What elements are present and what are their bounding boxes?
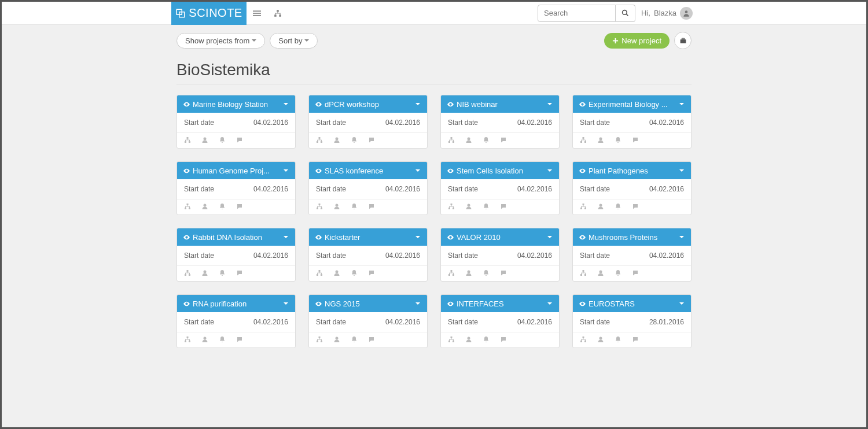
tree-icon[interactable] bbox=[580, 136, 587, 143]
bell-icon[interactable] bbox=[219, 203, 226, 210]
user-icon[interactable] bbox=[597, 203, 604, 210]
comment-icon[interactable] bbox=[500, 203, 507, 210]
user-icon[interactable] bbox=[597, 269, 604, 276]
user-icon[interactable] bbox=[465, 136, 472, 143]
project-card-header[interactable]: Rabbit DNA Isolation bbox=[177, 228, 295, 246]
tree-icon[interactable] bbox=[448, 336, 455, 343]
bell-icon[interactable] bbox=[351, 203, 358, 210]
project-menu-dropdown[interactable] bbox=[413, 236, 422, 238]
bell-icon[interactable] bbox=[615, 136, 621, 143]
comment-icon[interactable] bbox=[368, 336, 375, 343]
project-card-header[interactable]: NGS 2015 bbox=[309, 295, 427, 312]
user-icon[interactable] bbox=[465, 336, 472, 343]
tree-icon[interactable] bbox=[316, 269, 323, 276]
bell-icon[interactable] bbox=[351, 269, 358, 276]
tree-icon[interactable] bbox=[184, 269, 191, 276]
tree-icon[interactable] bbox=[448, 136, 455, 143]
new-project-button[interactable]: New project bbox=[604, 33, 670, 49]
user-icon[interactable] bbox=[333, 203, 340, 210]
comment-icon[interactable] bbox=[236, 336, 243, 343]
tree-icon[interactable] bbox=[316, 203, 323, 210]
comment-icon[interactable] bbox=[500, 269, 507, 276]
comment-icon[interactable] bbox=[368, 203, 375, 210]
comment-icon[interactable] bbox=[236, 269, 243, 276]
project-menu-dropdown[interactable] bbox=[281, 302, 290, 305]
bell-icon[interactable] bbox=[351, 136, 358, 143]
comment-icon[interactable] bbox=[632, 269, 639, 276]
bell-icon[interactable] bbox=[615, 203, 621, 210]
project-menu-dropdown[interactable] bbox=[545, 169, 554, 172]
search-button[interactable] bbox=[616, 5, 635, 22]
project-card-header[interactable]: INTERFACES bbox=[441, 295, 559, 312]
comment-icon[interactable] bbox=[368, 269, 375, 276]
tree-icon[interactable] bbox=[580, 203, 587, 210]
project-card-header[interactable]: Stem Cells Isolation bbox=[441, 162, 559, 179]
bell-icon[interactable] bbox=[483, 336, 490, 343]
bell-icon[interactable] bbox=[615, 336, 621, 343]
project-menu-dropdown[interactable] bbox=[545, 302, 554, 305]
project-card-header[interactable]: RNA purification bbox=[177, 295, 295, 312]
bell-icon[interactable] bbox=[615, 269, 621, 276]
comment-icon[interactable] bbox=[500, 136, 507, 143]
brand-logo[interactable]: SCINOTE bbox=[171, 2, 247, 25]
user-icon[interactable] bbox=[465, 269, 472, 276]
user-icon[interactable] bbox=[333, 269, 340, 276]
user-greeting[interactable]: Hi, Blazka bbox=[641, 7, 693, 20]
comment-icon[interactable] bbox=[500, 336, 507, 343]
bell-icon[interactable] bbox=[483, 203, 490, 210]
bell-icon[interactable] bbox=[483, 136, 490, 143]
user-icon[interactable] bbox=[201, 203, 208, 210]
comment-icon[interactable] bbox=[368, 136, 375, 143]
project-card-header[interactable]: Human Genome Proj... bbox=[177, 162, 295, 179]
comment-icon[interactable] bbox=[236, 136, 243, 143]
tree-icon[interactable] bbox=[184, 203, 191, 210]
bell-icon[interactable] bbox=[483, 269, 490, 276]
search-input[interactable] bbox=[538, 5, 616, 22]
tree-button[interactable] bbox=[267, 2, 288, 25]
project-menu-dropdown[interactable] bbox=[677, 103, 686, 105]
sort-dropdown[interactable]: Sort by bbox=[270, 33, 318, 49]
project-card-header[interactable]: SLAS konference bbox=[309, 162, 427, 179]
comment-icon[interactable] bbox=[632, 336, 639, 343]
tree-icon[interactable] bbox=[448, 203, 455, 210]
user-icon[interactable] bbox=[597, 336, 604, 343]
tree-icon[interactable] bbox=[448, 269, 455, 276]
project-menu-dropdown[interactable] bbox=[413, 103, 422, 105]
comment-icon[interactable] bbox=[632, 203, 639, 210]
comment-icon[interactable] bbox=[632, 136, 639, 143]
project-card-header[interactable]: Plant Pathogenes bbox=[573, 162, 691, 179]
project-card-header[interactable]: EUROSTARS bbox=[573, 295, 691, 312]
user-icon[interactable] bbox=[201, 336, 208, 343]
project-menu-dropdown[interactable] bbox=[281, 169, 290, 172]
user-icon[interactable] bbox=[465, 203, 472, 210]
tree-icon[interactable] bbox=[580, 336, 587, 343]
user-icon[interactable] bbox=[201, 136, 208, 143]
user-icon[interactable] bbox=[333, 336, 340, 343]
bell-icon[interactable] bbox=[219, 336, 226, 343]
tree-icon[interactable] bbox=[184, 336, 191, 343]
project-menu-dropdown[interactable] bbox=[677, 302, 686, 305]
project-card-header[interactable]: dPCR workshop bbox=[309, 95, 427, 113]
tree-icon[interactable] bbox=[316, 136, 323, 143]
project-menu-dropdown[interactable] bbox=[677, 169, 686, 172]
archive-button[interactable] bbox=[674, 32, 692, 49]
project-card-header[interactable]: Mushrooms Proteins bbox=[573, 228, 691, 246]
bell-icon[interactable] bbox=[219, 136, 226, 143]
bell-icon[interactable] bbox=[351, 336, 358, 343]
project-menu-dropdown[interactable] bbox=[281, 236, 290, 238]
bell-icon[interactable] bbox=[219, 269, 226, 276]
tree-icon[interactable] bbox=[316, 336, 323, 343]
project-menu-dropdown[interactable] bbox=[677, 236, 686, 238]
user-icon[interactable] bbox=[333, 136, 340, 143]
user-icon[interactable] bbox=[597, 136, 604, 143]
project-menu-dropdown[interactable] bbox=[545, 103, 554, 105]
user-icon[interactable] bbox=[201, 269, 208, 276]
project-card-header[interactable]: Kickstarter bbox=[309, 228, 427, 246]
project-menu-dropdown[interactable] bbox=[413, 302, 422, 305]
comment-icon[interactable] bbox=[236, 203, 243, 210]
project-card-header[interactable]: Marine Biology Station bbox=[177, 95, 295, 113]
menu-button[interactable] bbox=[247, 2, 267, 25]
project-card-header[interactable]: VALOR 2010 bbox=[441, 228, 559, 246]
tree-icon[interactable] bbox=[184, 136, 191, 143]
filter-dropdown[interactable]: Show projects from bbox=[176, 33, 265, 49]
